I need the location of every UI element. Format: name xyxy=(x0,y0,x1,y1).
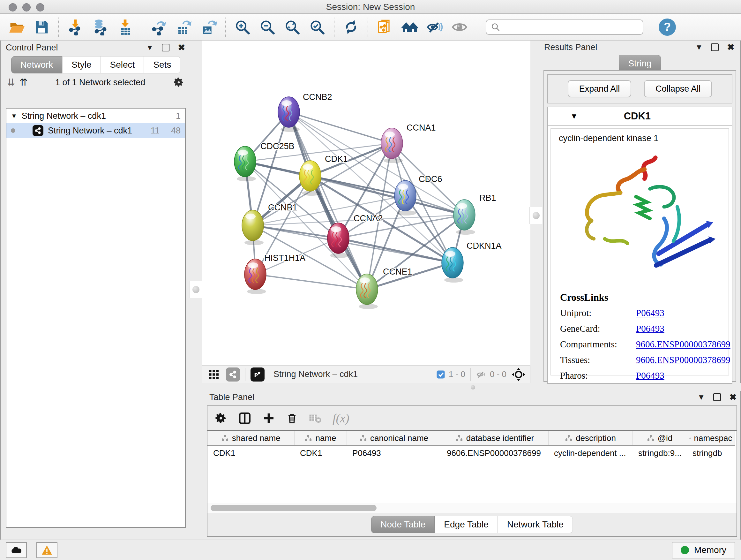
collection-expander-icon[interactable]: ▼ xyxy=(11,112,17,120)
network-canvas[interactable]: CCNB2CCNA1CDC25BCDK1CDC6RB1CCNB1CCNA2CDK… xyxy=(202,41,531,365)
collapse-all-button[interactable]: Collapse All xyxy=(644,80,712,98)
results-panel-maximize-icon[interactable] xyxy=(711,44,719,51)
memory-button[interactable]: Memory xyxy=(672,542,735,558)
delete-column-icon[interactable] xyxy=(286,412,298,425)
open-in-new-window-icon[interactable] xyxy=(251,368,265,381)
show-all-icon[interactable] xyxy=(451,19,468,36)
scrollbar-thumb[interactable] xyxy=(211,505,377,511)
crosslinks-section: CrossLinks Uniprot: P06493 GeneCard: P06… xyxy=(560,292,731,384)
cell-canonical-name[interactable]: P06493 xyxy=(347,445,441,460)
save-session-icon[interactable] xyxy=(33,19,50,36)
network-row[interactable]: String Network – cdk1 11 48 xyxy=(6,123,185,138)
delete-table-icon[interactable] xyxy=(309,413,322,424)
tab-node-table[interactable]: Node Table xyxy=(371,516,434,533)
zoom-selected-icon[interactable] xyxy=(309,19,326,36)
export-table-icon[interactable] xyxy=(176,19,192,36)
column-header[interactable]: shared name xyxy=(207,431,294,445)
add-column-icon[interactable] xyxy=(262,412,275,425)
table-panel-maximize-icon[interactable] xyxy=(713,393,721,401)
tab-style[interactable]: Style xyxy=(62,56,100,73)
show-columns-icon[interactable] xyxy=(238,412,252,425)
genecard-link[interactable]: P06493 xyxy=(636,323,664,334)
selected-checkbox-icon[interactable] xyxy=(436,370,446,379)
node-label-CCNB1: CCNB1 xyxy=(268,203,297,212)
network-edge[interactable] xyxy=(338,238,453,263)
search-field[interactable] xyxy=(486,19,643,35)
table-horizontal-scrollbar[interactable] xyxy=(207,503,737,513)
network-edge[interactable] xyxy=(255,274,367,289)
left-splitter-handle[interactable] xyxy=(189,281,203,298)
zoom-out-icon[interactable] xyxy=(259,19,276,36)
cell-namespace[interactable]: stringdb xyxy=(687,445,735,460)
search-input[interactable] xyxy=(503,22,638,32)
column-header[interactable]: name xyxy=(294,431,347,445)
results-panel: Results Panel ▼ ✖ String Expand All Coll… xyxy=(541,41,739,383)
import-network-from-file-icon[interactable] xyxy=(67,19,84,36)
warnings-button[interactable] xyxy=(37,542,57,558)
birds-eye-share-icon[interactable] xyxy=(226,368,240,381)
crosslink-row: Tissues: 9606.ENSP00000378699 xyxy=(560,355,731,365)
zoom-in-icon[interactable] xyxy=(234,19,251,36)
expand-all-button[interactable]: Expand All xyxy=(568,80,631,98)
protein-card-expander-icon[interactable]: ▼ xyxy=(570,112,578,121)
left-splitter[interactable] xyxy=(189,41,202,383)
tab-network[interactable]: Network xyxy=(11,56,63,73)
expand-all-networks-icon[interactable]: ⇈ xyxy=(19,78,27,87)
network-edge[interactable] xyxy=(289,112,392,143)
network-snapshot-icon[interactable] xyxy=(377,19,393,36)
string-home-icon[interactable] xyxy=(401,19,418,36)
zoom-fit-icon[interactable] xyxy=(284,19,300,36)
cell-shared-name[interactable]: CDK1 xyxy=(207,445,294,460)
export-image-icon[interactable] xyxy=(200,19,217,36)
tissues-link[interactable]: 9606.ENSP00000378699 xyxy=(636,355,731,365)
compartments-link[interactable]: 9606.ENSP00000378699 xyxy=(636,339,731,350)
cell-id[interactable]: stringdb:9... xyxy=(632,445,687,460)
cloud-status-button[interactable] xyxy=(6,542,27,558)
control-panel: Control Panel ▼ ✖ Network Style Select S… xyxy=(3,41,189,531)
function-builder-icon[interactable]: f(x) xyxy=(333,411,349,425)
results-panel-close-icon[interactable]: ✖ xyxy=(727,43,734,52)
hide-selected-icon[interactable] xyxy=(426,19,443,36)
import-table-from-file-icon[interactable] xyxy=(117,19,133,36)
status-bar: Memory xyxy=(0,540,741,560)
column-header[interactable]: database identifier xyxy=(441,431,548,445)
help-button[interactable]: ? xyxy=(659,18,676,36)
export-network-icon[interactable] xyxy=(151,19,167,36)
grid-view-icon[interactable] xyxy=(207,368,221,381)
collapse-all-networks-icon[interactable]: ⇊ xyxy=(7,78,15,87)
refresh-icon[interactable] xyxy=(343,19,359,36)
control-panel-float-icon[interactable]: ▼ xyxy=(146,44,154,51)
cell-description[interactable]: cyclin-dependent ... xyxy=(548,445,632,460)
pan-crosshair-icon[interactable] xyxy=(512,368,526,381)
pharos-link[interactable]: P06493 xyxy=(636,370,664,381)
open-session-icon[interactable] xyxy=(8,19,25,36)
table-panel-splitter[interactable] xyxy=(189,383,741,391)
table-row[interactable]: CDK1 CDK1 P06493 9606.ENSP00000378699 cy… xyxy=(207,445,735,460)
table-panel-float-icon[interactable]: ▼ xyxy=(697,393,705,401)
network-collection-row[interactable]: ▼ String Network – cdk1 1 xyxy=(6,109,185,123)
uniprot-link[interactable]: P06493 xyxy=(636,308,664,318)
control-panel-maximize-icon[interactable] xyxy=(162,44,170,51)
column-header[interactable]: description xyxy=(548,431,632,445)
network-options-gear-icon[interactable] xyxy=(173,77,185,88)
column-header[interactable]: @id xyxy=(632,431,687,445)
tab-sets[interactable]: Sets xyxy=(144,56,180,73)
control-panel-close-icon[interactable]: ✖ xyxy=(178,44,185,52)
node-label-CCNE1: CCNE1 xyxy=(383,267,412,276)
table-options-gear-icon[interactable] xyxy=(214,412,227,425)
tab-string-results[interactable]: String xyxy=(619,55,661,72)
cell-database-identifier[interactable]: 9606.ENSP00000378699 xyxy=(441,445,548,460)
column-header[interactable]: canonical name xyxy=(347,431,441,445)
tab-edge-table[interactable]: Edge Table xyxy=(434,516,498,533)
tab-select[interactable]: Select xyxy=(101,56,144,73)
cell-name[interactable]: CDK1 xyxy=(294,445,347,460)
table-panel-title: Table Panel xyxy=(209,392,254,402)
tab-network-table[interactable]: Network Table xyxy=(498,516,573,533)
crosslink-row: GeneCard: P06493 xyxy=(560,323,731,334)
column-header[interactable]: namespac xyxy=(687,431,735,445)
import-network-from-database-icon[interactable] xyxy=(92,19,109,36)
column-type-icon xyxy=(305,434,312,442)
hidden-eye-icon[interactable] xyxy=(476,369,487,380)
results-panel-float-icon[interactable]: ▼ xyxy=(695,44,703,51)
table-panel-close-icon[interactable]: ✖ xyxy=(729,393,737,401)
